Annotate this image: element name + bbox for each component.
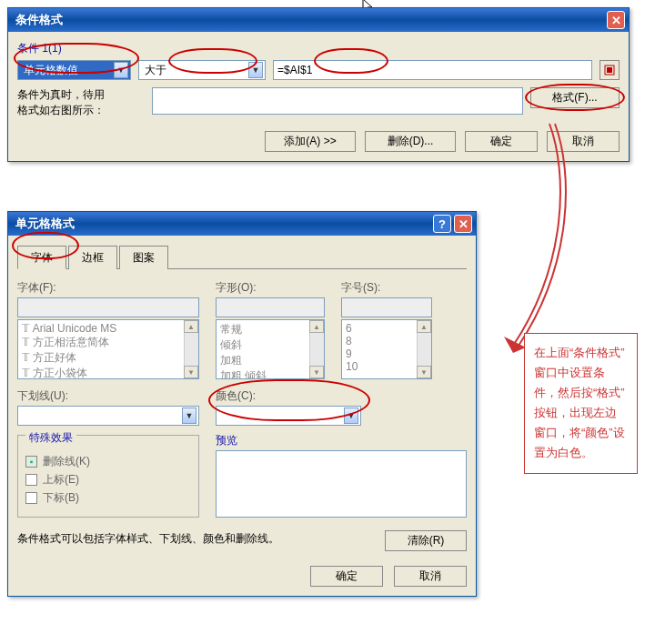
svg-marker-2 xyxy=(504,337,526,353)
delete-button[interactable]: 删除(D)... xyxy=(365,131,456,152)
annotation-text: 在上面“条件格式”窗口中设置条件，然后按“格式”按钮，出现左边窗口，将“颜色”设… xyxy=(524,333,638,474)
tab-font[interactable]: 字体 xyxy=(17,246,66,269)
preview-label: 预览 xyxy=(216,433,467,448)
description-text: 条件格式可以包括字体样式、下划线、颜色和删除线。 xyxy=(17,530,372,547)
titlebar: 条件格式 ✕ xyxy=(8,8,629,32)
conditional-format-dialog: 条件格式 ✕ 条件 1(1) 单元格数值 ▼ 大于 ▼ =$AI$1 xyxy=(7,7,630,162)
tab-bar: 字体 边框 图案 xyxy=(17,245,467,269)
chevron-down-icon: ▼ xyxy=(114,62,128,78)
chevron-down-icon: ▼ xyxy=(344,408,358,424)
checkbox-strikethrough[interactable]: ▪删除线(K) xyxy=(25,454,191,469)
close-icon[interactable]: ✕ xyxy=(454,215,472,233)
list-item: 加粗 xyxy=(220,353,320,368)
style-label: 字形(O): xyxy=(216,280,325,296)
chevron-down-icon: ▼ xyxy=(248,62,263,78)
chevron-down-icon: ▼ xyxy=(182,408,196,424)
size-input[interactable] xyxy=(341,297,432,317)
tab-border[interactable]: 边框 xyxy=(68,246,117,269)
checkbox-subscript[interactable]: 下标(B) xyxy=(25,490,191,506)
font-input[interactable] xyxy=(17,297,199,317)
add-button[interactable]: 添加(A) >> xyxy=(265,131,356,152)
underline-label: 下划线(U): xyxy=(17,388,199,404)
style-listbox[interactable]: 常规 倾斜 加粗 加粗 倾斜 ▲▼ xyxy=(216,319,325,379)
effects-label: 特殊效果 xyxy=(25,430,76,446)
checkbox-superscript[interactable]: 上标(E) xyxy=(25,472,191,488)
combo-cell-value-text: 单元格数值 xyxy=(24,63,78,78)
list-item: 10 xyxy=(346,360,428,373)
preview-box xyxy=(216,450,467,518)
list-item: 8 xyxy=(346,335,428,347)
list-item: 6 xyxy=(346,322,428,335)
underline-combo[interactable]: ▼ xyxy=(17,406,199,426)
cell-format-dialog: 单元格格式 ? ✕ 字体 边框 图案 字体(F): 𝕋 Arial Unicod… xyxy=(7,211,477,597)
ref-picker-icon[interactable] xyxy=(600,60,620,80)
font-label: 字体(F): xyxy=(17,280,199,296)
ok-button[interactable]: 确定 xyxy=(310,566,383,587)
combo-operator-text: 大于 xyxy=(145,63,166,78)
combo-cell-value[interactable]: 单元格数值 ▼ xyxy=(17,60,131,80)
combo-operator[interactable]: 大于 ▼ xyxy=(138,60,266,80)
formula-input[interactable]: =$AI$1 xyxy=(273,60,592,80)
svg-rect-1 xyxy=(607,67,612,73)
cancel-button[interactable]: 取消 xyxy=(394,566,467,587)
help-icon[interactable]: ? xyxy=(433,215,451,233)
dialog-title: 单元格格式 xyxy=(15,216,430,232)
ok-button[interactable]: 确定 xyxy=(465,131,538,152)
clear-button[interactable]: 清除(R) xyxy=(385,530,467,551)
style-input[interactable] xyxy=(216,297,325,317)
condition-label: 条件 1(1) xyxy=(17,41,620,56)
list-item: 𝕋 方正小袋体 xyxy=(22,366,195,379)
list-item: 𝕋 方正好体 xyxy=(22,350,195,366)
list-item: 加粗 倾斜 xyxy=(220,368,320,379)
list-item: 倾斜 xyxy=(220,337,320,353)
size-label: 字号(S): xyxy=(341,280,432,296)
color-combo[interactable]: ▼ xyxy=(216,406,361,426)
list-item: 𝕋 Arial Unicode MS xyxy=(22,322,195,335)
color-label: 颜色(C): xyxy=(216,388,361,404)
formula-text: =$AI$1 xyxy=(277,64,312,76)
format-button[interactable]: 格式(F)... xyxy=(530,87,620,108)
cancel-button[interactable]: 取消 xyxy=(547,131,620,152)
list-item: 9 xyxy=(346,347,428,360)
dialog-title: 条件格式 xyxy=(15,12,604,28)
close-icon[interactable]: ✕ xyxy=(607,11,625,29)
list-item: 𝕋 方正相活意简体 xyxy=(22,335,195,350)
size-listbox[interactable]: 6 8 9 10 ▲▼ xyxy=(341,319,432,379)
format-preview xyxy=(152,87,523,115)
font-listbox[interactable]: 𝕋 Arial Unicode MS 𝕋 方正相活意简体 𝕋 方正好体 𝕋 方正… xyxy=(17,319,199,379)
format-hint: 条件为真时，待用 格式如右图所示： xyxy=(17,87,145,118)
titlebar: 单元格格式 ? ✕ xyxy=(8,212,476,236)
list-item: 常规 xyxy=(220,322,320,337)
tab-pattern[interactable]: 图案 xyxy=(119,246,168,269)
